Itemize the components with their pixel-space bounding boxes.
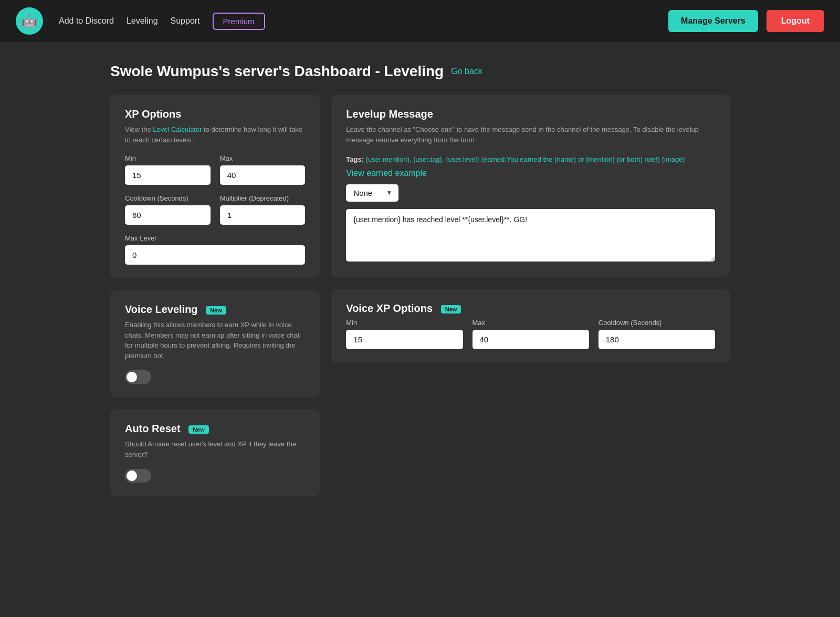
voice-xp-max-group: Max — [472, 319, 589, 349]
xp-min-group: Min — [125, 154, 211, 185]
voice-leveling-card: Voice Leveling New Enabling this allows … — [110, 290, 320, 398]
auto-reset-desc: Should Arcane reset user's level and XP … — [125, 439, 305, 459]
dashboard-grid: XP Options View the Level Calculator to … — [110, 95, 730, 496]
auto-reset-card: Auto Reset New Should Arcane reset user'… — [110, 409, 320, 496]
voice-xp-min-group: Min — [346, 319, 463, 349]
voice-leveling-toggle[interactable] — [125, 370, 151, 384]
xp-max-group: Max — [220, 154, 306, 185]
navbar: 🤖 Add to Discord Leveling Support Premiu… — [0, 0, 840, 42]
xp-cooldown-multiplier-row: Cooldown (Seconds) Multiplier (Deprecate… — [125, 194, 305, 225]
logo-icon: 🤖 — [22, 14, 37, 28]
xp-min-label: Min — [125, 154, 211, 162]
nav-logo: 🤖 — [16, 7, 43, 35]
voice-xp-badge: New — [441, 305, 461, 313]
voice-xp-min-input[interactable] — [346, 330, 463, 349]
xp-max-label: Max — [220, 154, 306, 162]
voice-xp-title: Voice XP Options New — [346, 302, 715, 315]
voice-xp-cooldown-input[interactable] — [598, 330, 715, 349]
levelup-message-textarea[interactable] — [346, 209, 715, 262]
xp-multiplier-group: Multiplier (Deprecated) — [220, 194, 306, 225]
nav-add-to-discord[interactable]: Add to Discord — [59, 16, 114, 26]
main-content: Swole Wumpus's server's Dashboard - Leve… — [94, 42, 746, 517]
xp-maxlevel-group: Max Level — [125, 234, 305, 265]
channel-select[interactable]: None — [346, 184, 398, 202]
nav-right: Manage Servers Logout — [668, 10, 824, 32]
page-title: Swole Wumpus's server's Dashboard - Leve… — [110, 63, 730, 80]
view-earned-example-link[interactable]: View earned example — [346, 169, 427, 177]
voice-xp-min-label: Min — [346, 319, 463, 327]
auto-reset-badge: New — [188, 425, 209, 434]
nav-premium-button[interactable]: Premium — [213, 13, 265, 30]
auto-reset-title-text: Auto Reset — [125, 423, 181, 434]
levelup-message-card: Levelup Message Leave the channel as "Ch… — [331, 95, 730, 277]
levelup-message-desc: Leave the channel as "Choose one" to hav… — [346, 124, 715, 145]
auto-reset-title: Auto Reset New — [125, 423, 305, 435]
voice-xp-title-text: Voice XP Options — [346, 302, 433, 314]
auto-reset-toggle-wrapper — [125, 469, 305, 483]
level-calculator-link[interactable]: Level Calculator — [153, 126, 202, 133]
voice-leveling-title: Voice Leveling New — [125, 304, 305, 316]
xp-cooldown-label: Cooldown (Seconds) — [125, 194, 211, 202]
voice-xp-max-input[interactable] — [472, 330, 589, 349]
voice-xp-options-card: Voice XP Options New Min Max Cooldown (S… — [331, 289, 730, 363]
voice-leveling-badge: New — [206, 306, 226, 315]
page-title-text: Swole Wumpus's server's Dashboard - Leve… — [110, 63, 444, 80]
xp-multiplier-input[interactable] — [220, 205, 306, 225]
xp-options-card: XP Options View the Level Calculator to … — [110, 95, 320, 278]
xp-options-title: XP Options — [125, 108, 305, 120]
auto-reset-toggle[interactable] — [125, 469, 151, 483]
tags-value: {user.mention}, {user.tag}, {user.level}… — [366, 155, 685, 163]
xp-cooldown-group: Cooldown (Seconds) — [125, 194, 211, 225]
voice-xp-cooldown-label: Cooldown (Seconds) — [598, 319, 715, 327]
manage-servers-button[interactable]: Manage Servers — [668, 10, 758, 32]
xp-multiplier-label: Multiplier (Deprecated) — [220, 194, 306, 202]
voice-leveling-toggle-wrapper — [125, 370, 305, 384]
xp-desc-prefix: View the — [125, 126, 153, 133]
voice-xp-max-label: Max — [472, 319, 589, 327]
nav-links: Add to Discord Leveling Support Premium — [59, 13, 653, 30]
xp-cooldown-input[interactable] — [125, 205, 211, 225]
voice-xp-cooldown-group: Cooldown (Seconds) — [598, 319, 715, 349]
levelup-message-title: Levelup Message — [346, 108, 715, 120]
voice-xp-fields-row: Min Max Cooldown (Seconds) — [346, 319, 715, 349]
voice-leveling-title-text: Voice Leveling — [125, 304, 198, 315]
voice-leveling-desc: Enabling this allows members to earn XP … — [125, 320, 305, 361]
channel-select-wrapper: None ▼ — [346, 184, 398, 202]
xp-max-input[interactable] — [220, 165, 306, 185]
xp-maxlevel-input[interactable] — [125, 245, 305, 265]
xp-min-input[interactable] — [125, 165, 211, 185]
xp-options-desc: View the Level Calculator to determine h… — [125, 124, 305, 145]
levelup-tags-line: Tags: {user.mention}, {user.tag}, {user.… — [346, 154, 715, 165]
tags-label: Tags: — [346, 155, 364, 163]
xp-maxlevel-label: Max Level — [125, 234, 305, 242]
nav-leveling[interactable]: Leveling — [127, 16, 158, 26]
logout-button[interactable]: Logout — [766, 10, 824, 32]
xp-min-max-row: Min Max — [125, 154, 305, 185]
go-back-link[interactable]: Go back — [451, 67, 482, 76]
nav-support[interactable]: Support — [171, 16, 200, 26]
